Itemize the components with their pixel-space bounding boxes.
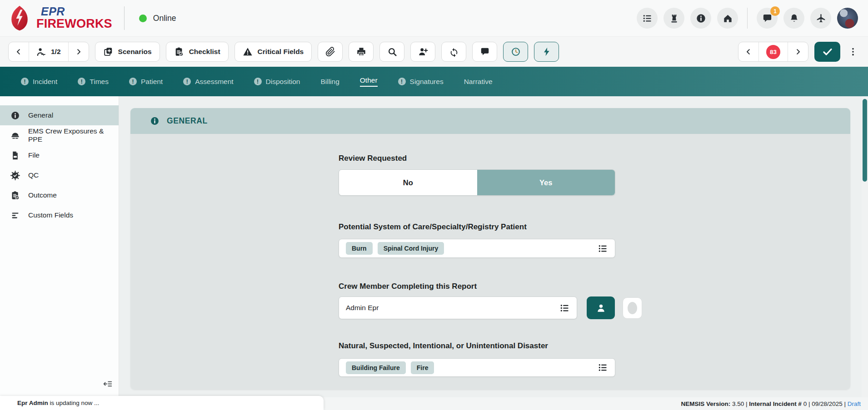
warning-icon: ! xyxy=(254,78,262,85)
review-yes-option[interactable]: Yes xyxy=(477,170,615,195)
prev-error-button[interactable] xyxy=(738,42,758,61)
editing-status: Epr Admin is updating now ... xyxy=(0,396,324,410)
tab-label: Assessment xyxy=(195,78,233,86)
record-meta: NEMSIS Version: 3.50 | Internal Incident… xyxy=(681,397,861,410)
next-error-button[interactable] xyxy=(788,42,808,61)
tab-label: Incident xyxy=(33,78,57,86)
scrollbar-thumb[interactable] xyxy=(863,99,867,182)
sidebar-item-qc[interactable]: QC xyxy=(0,165,119,185)
nemsis-version-value: 3.50 | xyxy=(730,400,749,407)
search-icon xyxy=(387,47,397,57)
record-page-indicator[interactable]: 1/2 xyxy=(29,42,68,61)
tab-label: Disposition xyxy=(266,78,300,86)
tab-times[interactable]: !Times xyxy=(78,78,109,86)
review-no-option[interactable]: No xyxy=(339,170,477,195)
chess-piece-button[interactable] xyxy=(663,8,684,29)
lightning-icon xyxy=(542,47,552,57)
warning-icon: ! xyxy=(398,78,406,85)
logo-flame-icon xyxy=(8,5,31,31)
clipboard-check-icon xyxy=(10,191,20,200)
next-record-button[interactable] xyxy=(69,42,89,61)
more-menu-button[interactable] xyxy=(846,42,860,62)
crew-avatar-button[interactable] xyxy=(623,297,642,319)
crew-member-label: Crew Member Completing this Report xyxy=(339,282,477,291)
attachments-button[interactable] xyxy=(318,42,343,62)
tab-signatures[interactable]: !Signatures xyxy=(398,78,444,86)
quick-actions-button[interactable] xyxy=(534,42,559,62)
potential-system-input[interactable]: Burn Spinal Cord Injury xyxy=(339,239,615,258)
airplane-mode-button[interactable] xyxy=(810,8,831,29)
editing-status-text: is updating now ... xyxy=(48,400,100,406)
logo-line1: EPR xyxy=(36,6,112,18)
info-button[interactable] xyxy=(690,8,711,29)
bell-icon xyxy=(789,13,799,24)
notifications-button[interactable] xyxy=(783,8,804,29)
error-count[interactable]: 83 xyxy=(759,42,788,61)
info-icon xyxy=(696,13,706,24)
section-sidebar: General EMS Crew Exposures & PPE File QC… xyxy=(0,96,119,397)
review-requested-toggle: No Yes xyxy=(339,169,615,196)
tab-label: Patient xyxy=(141,78,163,86)
home-button[interactable] xyxy=(717,8,738,29)
tab-other[interactable]: Other xyxy=(360,76,378,87)
tab-billing[interactable]: Billing xyxy=(320,78,339,86)
check-icon xyxy=(822,46,833,57)
search-button[interactable] xyxy=(379,42,404,62)
chat-icon xyxy=(762,13,773,24)
chevron-right-icon xyxy=(75,48,83,56)
sidebar-item-custom-fields[interactable]: Custom Fields xyxy=(0,205,119,225)
sidebar-item-label: Outcome xyxy=(28,191,57,199)
sidebar-item-ems-crew-exposures[interactable]: EMS Crew Exposures & PPE xyxy=(0,125,119,145)
info-icon xyxy=(150,116,160,126)
tab-patient[interactable]: !Patient xyxy=(129,78,163,86)
sidebar-item-label: QC xyxy=(28,171,39,179)
disaster-input[interactable]: Building Failure Fire xyxy=(339,358,615,377)
app-logo[interactable]: EPR FIREWORKS xyxy=(8,5,112,31)
messages-button[interactable]: 1 xyxy=(757,8,778,29)
crew-lookup-button[interactable] xyxy=(587,296,615,319)
app-window: EPR FIREWORKS Online 1 xyxy=(0,0,868,410)
menu-list-button[interactable] xyxy=(637,8,658,29)
print-button[interactable] xyxy=(349,42,374,62)
scenarios-button[interactable]: Scenarios xyxy=(95,42,160,62)
warning-icon: ! xyxy=(78,78,85,85)
tab-disposition[interactable]: !Disposition xyxy=(254,78,300,86)
sync-button[interactable] xyxy=(441,42,466,62)
record-tabbar: !Incident !Times !Patient !Assessment !D… xyxy=(0,67,868,96)
add-person-button[interactable] xyxy=(410,42,435,62)
editing-user: Epr Admin xyxy=(17,400,48,406)
chat-toolbar-button[interactable] xyxy=(472,42,497,62)
home-icon xyxy=(723,13,733,24)
user-avatar[interactable] xyxy=(837,8,858,29)
draft-link[interactable]: Draft xyxy=(848,400,861,407)
sidebar-item-outcome[interactable]: Outcome xyxy=(0,185,119,205)
tab-assessment[interactable]: !Assessment xyxy=(183,78,233,86)
sidebar-item-label: Custom Fields xyxy=(28,211,73,219)
chess-piece-icon xyxy=(669,13,679,24)
review-requested-label: Review Requested xyxy=(339,154,407,163)
list-picker-icon[interactable] xyxy=(598,243,608,254)
prev-record-button[interactable] xyxy=(9,42,29,61)
error-count-badge: 83 xyxy=(766,45,780,59)
scrollbar[interactable] xyxy=(862,96,868,397)
checklist-button[interactable]: Checklist xyxy=(166,42,229,62)
collapse-sidebar-button[interactable] xyxy=(103,379,112,390)
list-picker-icon[interactable] xyxy=(559,303,570,313)
crew-member-input[interactable]: Admin Epr xyxy=(339,296,577,319)
sidebar-item-file[interactable]: File xyxy=(0,145,119,165)
avatar-placeholder xyxy=(628,302,637,314)
tab-narrative[interactable]: Narrative xyxy=(464,78,493,86)
nemsis-version-label: NEMSIS Version: xyxy=(681,400,731,407)
tab-label: Times xyxy=(90,78,109,86)
record-pager: 1/2 xyxy=(8,42,89,62)
time-log-button[interactable] xyxy=(503,42,528,62)
critical-fields-button[interactable]: Critical Fields xyxy=(234,42,312,62)
general-card: GENERAL Review Requested No Yes Potentia… xyxy=(130,108,850,390)
warning-icon: ! xyxy=(183,78,191,85)
validate-button[interactable] xyxy=(814,42,840,62)
header-actions: 1 xyxy=(637,8,858,29)
tab-incident[interactable]: !Incident xyxy=(21,78,57,86)
list-picker-icon[interactable] xyxy=(598,362,608,373)
section-title: GENERAL xyxy=(167,116,208,126)
sidebar-item-general[interactable]: General xyxy=(0,105,119,125)
